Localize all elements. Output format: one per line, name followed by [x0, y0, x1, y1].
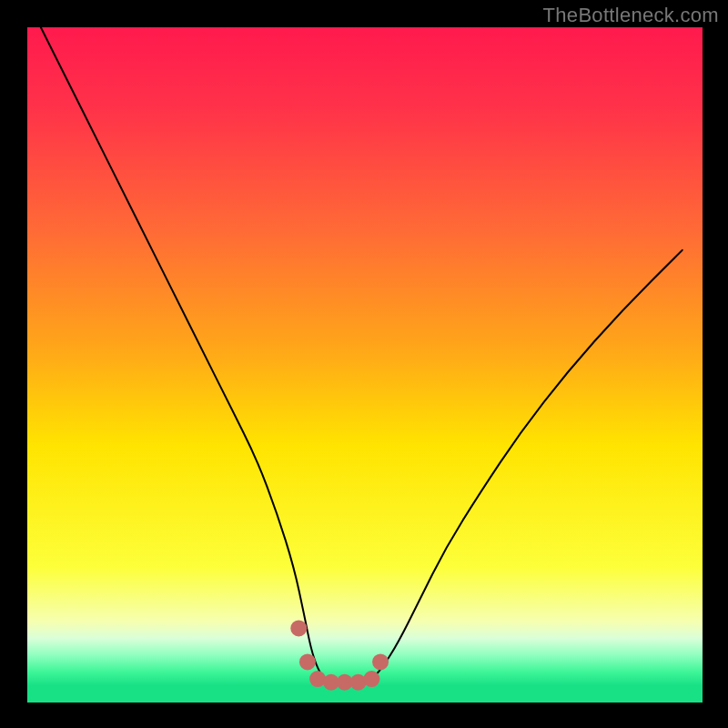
- chart-svg: [0, 0, 728, 728]
- optimal-zone-marker: [372, 653, 389, 670]
- chart-canvas: TheBottleneck.com: [0, 0, 728, 728]
- watermark-text: TheBottleneck.com: [543, 4, 719, 27]
- optimal-zone-marker: [290, 620, 307, 636]
- optimal-zone-marker: [299, 653, 316, 670]
- optimal-zone-marker: [363, 671, 379, 687]
- plot-area: [27, 27, 703, 703]
